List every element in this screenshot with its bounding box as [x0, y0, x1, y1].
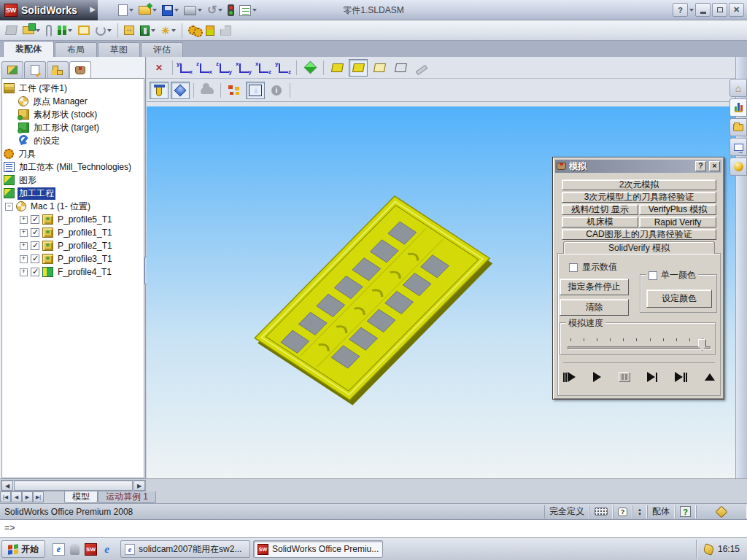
status-updown[interactable]: ▲▼: [632, 505, 647, 518]
clear-button[interactable]: 清除: [560, 299, 629, 316]
sim-verifyplus-button[interactable]: VerifyPlus 模拟: [639, 204, 716, 215]
view-right-button[interactable]: xy: [236, 61, 253, 74]
expand-expander[interactable]: +: [20, 229, 28, 237]
status-tag[interactable]: [696, 505, 747, 518]
open-document-button[interactable]: [137, 2, 158, 18]
sim-residual-button[interactable]: 残料/过切 显示: [562, 204, 638, 215]
solidverify-tab[interactable]: SolidVerify 模拟: [563, 241, 715, 254]
sim-cad-toolpath-button[interactable]: CAD图形上的刀具路径验证: [562, 229, 716, 240]
tree-item-tools[interactable]: 刀具: [2, 147, 144, 160]
view-bottom-button[interactable]: yz: [275, 61, 293, 74]
tray-shield-icon[interactable]: [703, 543, 715, 556]
tree-item-profile5[interactable]: +P_profile5_T1: [2, 213, 144, 226]
checkbox-box[interactable]: [569, 263, 578, 272]
tree-item-stock[interactable]: 素材形状 (stock): [2, 108, 144, 121]
dialog-close-button[interactable]: ×: [709, 161, 720, 171]
operation-checkbox[interactable]: [31, 268, 39, 276]
design-library-button[interactable]: [729, 98, 747, 117]
tab-scroll-prev[interactable]: ◀: [11, 491, 22, 502]
tree-item-target[interactable]: 加工形状 (target): [2, 121, 144, 134]
normal-to-button[interactable]: ✕: [150, 59, 169, 77]
expand-expander[interactable]: +: [20, 216, 28, 224]
play-button[interactable]: [593, 370, 601, 384]
file-explorer-button[interactable]: [729, 118, 747, 136]
single-step-button[interactable]: [563, 370, 576, 384]
operation-checkbox[interactable]: [31, 254, 39, 263]
options-button[interactable]: [238, 2, 258, 18]
move-component-button[interactable]: [123, 22, 136, 39]
view-left-button[interactable]: zy: [216, 61, 233, 74]
solidworks-launch-icon[interactable]: SW: [85, 543, 97, 556]
desktop-launch-icon[interactable]: [69, 543, 81, 556]
appearances-button[interactable]: [729, 158, 747, 176]
fragments-button[interactable]: [225, 82, 244, 99]
tree-item-template[interactable]: 加工范本 (Mill_Technologies): [2, 160, 144, 174]
insert-from-file-button[interactable]: [21, 22, 42, 39]
assembly-features-button[interactable]: [204, 22, 216, 39]
expand-expander[interactable]: +: [20, 268, 28, 276]
appearance-button[interactable]: [412, 59, 431, 77]
set-color-button[interactable]: 设定颜色: [646, 289, 712, 308]
task-solidworks[interactable]: SW SolidWorks Office Premiu...: [253, 540, 383, 558]
tree-item-mac1[interactable]: −Mac 1 (1- 位置): [2, 200, 144, 213]
info-button[interactable]: i: [267, 82, 286, 99]
collapse-expander[interactable]: −: [5, 203, 13, 211]
rebuild-button[interactable]: [226, 2, 236, 18]
ie2-launch-icon[interactable]: e: [101, 543, 113, 556]
pause-button[interactable]: [619, 372, 630, 382]
hidden-lines-button[interactable]: [370, 59, 389, 77]
insert-component-button[interactable]: [4, 22, 18, 39]
attach-button[interactable]: [44, 22, 53, 39]
shaded-button[interactable]: [328, 59, 347, 77]
print-button[interactable]: [182, 2, 204, 18]
tree-horizontal-scrollbar[interactable]: ◀ ▶: [1, 480, 146, 491]
menu-expand-arrow-icon[interactable]: ▶: [90, 5, 96, 13]
new-motion-button[interactable]: ✳: [160, 22, 177, 39]
tab-configuration-manager[interactable]: [47, 61, 69, 78]
scroll-right-arrow[interactable]: ▶: [133, 481, 145, 491]
task-browser[interactable]: e solidcam2007能用在sw2...: [120, 540, 250, 558]
tree-item-geometry[interactable]: 图形: [2, 174, 144, 187]
speed-slider[interactable]: [568, 338, 711, 352]
status-help[interactable]: ?: [675, 505, 696, 518]
sim-machine-button[interactable]: 机床模: [562, 217, 638, 228]
close-button[interactable]: ✕: [729, 3, 744, 17]
tree-item-profile2[interactable]: +P_profile2_T1: [2, 239, 144, 252]
scroll-thumb[interactable]: [14, 481, 133, 491]
machine-sim-button[interactable]: [246, 82, 265, 99]
tree-item-settings[interactable]: 的设定: [2, 134, 144, 147]
expand-expander[interactable]: +: [20, 242, 28, 250]
tree-item-profile3[interactable]: +P_profile3_T1: [2, 252, 144, 265]
command-line[interactable]: =>: [0, 519, 747, 538]
preview-window-button[interactable]: [77, 22, 91, 39]
show-values-checkbox[interactable]: 显示数值: [569, 261, 617, 273]
help-chevron-icon[interactable]: [689, 9, 694, 12]
smart-fasteners-button[interactable]: [139, 22, 157, 39]
operation-checkbox[interactable]: [31, 241, 39, 250]
scroll-left-arrow[interactable]: ◀: [1, 481, 13, 491]
eject-button[interactable]: [705, 370, 715, 384]
cloud-display-button[interactable]: [198, 82, 217, 99]
assembly-settings-button[interactable]: [187, 22, 201, 39]
tree-item-operations[interactable]: 加工工程: [2, 187, 144, 200]
sim-3d-toolpath-button[interactable]: 3次元模型上的刀具路径验证: [562, 192, 716, 203]
undo-button[interactable]: ↺: [206, 2, 224, 18]
operation-checkbox[interactable]: [31, 228, 39, 237]
single-color-checkbox[interactable]: [649, 271, 657, 280]
tab-evaluate[interactable]: 评估: [141, 42, 183, 57]
operation-checkbox[interactable]: [31, 215, 39, 224]
wireframe-button[interactable]: [391, 59, 410, 77]
tab-assembly[interactable]: 装配体: [3, 41, 54, 57]
stop-condition-button[interactable]: 指定条件停止: [560, 279, 629, 295]
dialog-title-bar[interactable]: 模拟 ? ×: [555, 160, 721, 173]
tab-scroll-next[interactable]: ▶: [22, 491, 33, 502]
tab-scroll-first[interactable]: |◀: [0, 491, 11, 502]
show-holder-button[interactable]: [171, 82, 190, 99]
mate-button[interactable]: [56, 22, 74, 39]
tree-item-workpiece[interactable]: 工件 (零件1): [2, 82, 144, 95]
help-button[interactable]: ?: [673, 3, 688, 17]
sim-rapid-verify-button[interactable]: Rapid Verify: [639, 217, 716, 228]
shaded-with-edges-button[interactable]: [349, 59, 368, 77]
rotate-component-button[interactable]: [94, 22, 113, 39]
show-tool-button[interactable]: [150, 82, 169, 99]
